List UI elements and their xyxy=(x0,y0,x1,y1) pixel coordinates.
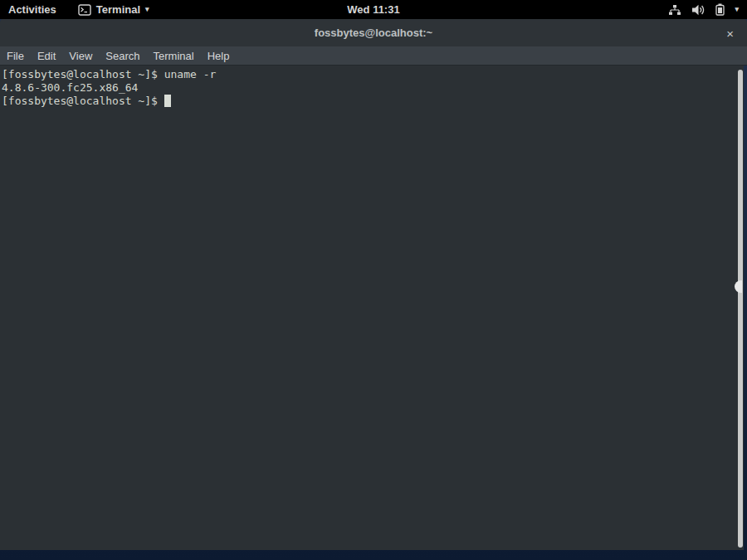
terminal-line-prompt: [fossbytes@localhost ~]$ xyxy=(2,95,744,108)
prompt-text: [fossbytes@localhost ~]$ xyxy=(2,95,164,107)
menu-bar: File Edit View Search Terminal Help xyxy=(0,46,747,66)
close-icon[interactable]: × xyxy=(723,25,737,41)
system-status-area[interactable]: ▾ xyxy=(668,0,739,19)
window-title: fossbytes@localhost:~ xyxy=(315,27,432,39)
app-menu-terminal[interactable]: Terminal ▾ xyxy=(73,0,154,19)
clock[interactable]: Wed 11:31 xyxy=(347,3,399,16)
battery-icon xyxy=(715,3,725,16)
chevron-down-icon: ▾ xyxy=(145,6,149,13)
desktop: { "top_bar": { "activities_label": "Acti… xyxy=(0,0,747,560)
menu-view[interactable]: View xyxy=(69,50,92,62)
window-title-bar[interactable]: fossbytes@localhost:~ × xyxy=(0,19,747,46)
scrollbar[interactable] xyxy=(738,70,743,548)
menu-help[interactable]: Help xyxy=(208,50,230,62)
terminal-output[interactable]: [fossbytes@localhost ~]$ uname -r 4.8.6-… xyxy=(0,66,744,550)
terminal-line-output: 4.8.6-300.fc25.x86_64 xyxy=(2,81,744,95)
chevron-down-icon: ▾ xyxy=(735,6,739,13)
menu-file[interactable]: File xyxy=(7,50,24,62)
terminal-line-command: [fossbytes@localhost ~]$ uname -r xyxy=(2,68,744,81)
top-bar: Activities Terminal ▾ Wed 11:31 xyxy=(0,0,747,19)
terminal-app-icon xyxy=(78,4,91,16)
activities-button[interactable]: Activities xyxy=(0,0,65,19)
network-icon xyxy=(668,4,681,16)
activities-label: Activities xyxy=(8,3,56,16)
menu-edit[interactable]: Edit xyxy=(37,50,56,62)
volume-icon xyxy=(691,4,706,16)
mouse-pointer xyxy=(735,280,742,293)
menu-search[interactable]: Search xyxy=(105,50,139,62)
menu-terminal[interactable]: Terminal xyxy=(154,50,194,62)
app-menu-label: Terminal xyxy=(96,3,140,16)
terminal-cursor xyxy=(164,95,171,107)
